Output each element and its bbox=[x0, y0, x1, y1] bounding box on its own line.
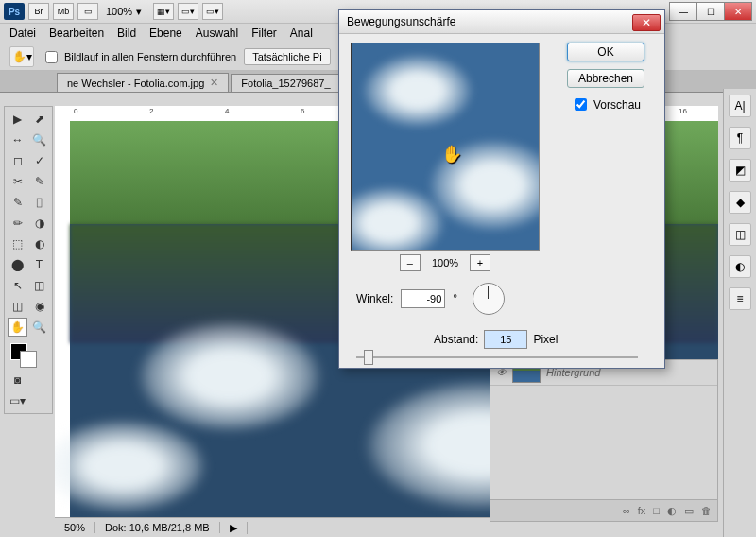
trash-icon[interactable]: 🗑 bbox=[701, 505, 712, 516]
menu-file[interactable]: Datei bbox=[9, 26, 36, 40]
angle-unit: ° bbox=[453, 292, 457, 305]
right-panel-strip: A| ¶ ◩ ◆ ◫ ◐ ≡ bbox=[723, 89, 756, 537]
3d-tool[interactable]: ◫ bbox=[8, 297, 27, 316]
ps-logo: Ps bbox=[4, 3, 25, 20]
toolbox: ▶⬈ ↔🔍 ◻✓ ✂✎ ✎⌷ ✏◑ ⬚◐ ⬤T ↖◫ ◫◉ ✋🔍 ◙ ▭▾ bbox=[4, 106, 53, 414]
hand-tool[interactable]: ✋ bbox=[8, 318, 27, 337]
new-layer-icon[interactable]: ▭ bbox=[684, 505, 694, 517]
dialog-title[interactable]: Bewegungsunschärfe ✕ bbox=[339, 10, 664, 34]
document-tab[interactable]: ne Wechsler - Fotolia.com.jpg✕ bbox=[57, 73, 229, 92]
angle-input[interactable] bbox=[401, 289, 445, 308]
scroll-all-checkbox[interactable]: Bildlauf in allen Fenstern durchführen bbox=[42, 48, 236, 66]
shape-tool[interactable]: ◫ bbox=[29, 276, 49, 295]
arrange-button[interactable]: ▦▾ bbox=[153, 3, 174, 20]
quickmask-button[interactable]: ◙ bbox=[8, 371, 27, 390]
menu-image[interactable]: Bild bbox=[117, 26, 136, 40]
minimize-button[interactable]: — bbox=[669, 2, 697, 21]
close-icon[interactable]: ✕ bbox=[210, 77, 218, 89]
application-window: Ps Br Mb ▭ 100% ▾ ▦▾ ▭▾ ▭▾ — ☐ ✕ Datei B… bbox=[0, 0, 756, 537]
zoom-percent[interactable]: 50% bbox=[55, 522, 95, 533]
ok-button[interactable]: OK bbox=[567, 43, 644, 61]
zoom-in-button[interactable]: + bbox=[470, 254, 490, 271]
history-brush-tool[interactable]: ⌷ bbox=[29, 193, 49, 212]
heal-tool[interactable]: ✂ bbox=[8, 172, 27, 191]
zoom-out-button[interactable]: – bbox=[400, 254, 421, 271]
menu-select[interactable]: Auswahl bbox=[196, 26, 238, 40]
type-tool[interactable]: T bbox=[29, 255, 49, 274]
panel-icon[interactable]: ◩ bbox=[729, 159, 751, 182]
actual-pixels-button[interactable]: Tatsächliche Pi bbox=[244, 48, 330, 65]
pen-tool[interactable]: ⬤ bbox=[8, 255, 27, 274]
more-button[interactable]: ▭▾ bbox=[202, 3, 223, 20]
panel-icon[interactable]: A| bbox=[729, 95, 751, 117]
background-color[interactable] bbox=[20, 351, 37, 368]
menu-layer[interactable]: Ebene bbox=[149, 26, 182, 40]
eyedropper-tool[interactable]: ✓ bbox=[29, 151, 49, 170]
zoom-tool[interactable]: 🔍 bbox=[29, 318, 49, 337]
mask-icon[interactable]: □ bbox=[653, 505, 660, 516]
path-tool[interactable]: ↖ bbox=[8, 276, 27, 295]
preview-checkbox[interactable]: Vorschau bbox=[571, 95, 641, 113]
panel-icon[interactable]: ◆ bbox=[729, 191, 751, 214]
motion-blur-dialog: Bewegungsunschärfe ✕ ✋ – 100% + OK Abbre… bbox=[338, 9, 665, 369]
extras-button[interactable]: ▭▾ bbox=[178, 3, 198, 20]
dialog-preview[interactable]: ✋ bbox=[351, 43, 540, 251]
document-tab[interactable]: Fotolia_15279687_ bbox=[231, 74, 340, 92]
marquee-tool[interactable]: ⬈ bbox=[29, 110, 49, 129]
maximize-button[interactable]: ☐ bbox=[696, 2, 725, 21]
brush-tool[interactable]: ✎ bbox=[29, 172, 49, 191]
gradient-tool[interactable]: ◑ bbox=[29, 214, 49, 233]
cancel-button[interactable]: Abbrechen bbox=[567, 69, 644, 88]
stamp-tool[interactable]: ✎ bbox=[8, 193, 27, 212]
screen-mode-button[interactable]: ▭ bbox=[77, 3, 98, 20]
camera-tool[interactable]: ◉ bbox=[29, 297, 49, 316]
panel-icon[interactable]: ◐ bbox=[729, 255, 751, 278]
mb-button[interactable]: Mb bbox=[53, 3, 74, 20]
dodge-tool[interactable]: ◐ bbox=[29, 234, 49, 253]
distance-input[interactable] bbox=[484, 330, 527, 349]
dialog-close-button[interactable]: ✕ bbox=[632, 14, 661, 31]
current-tool-icon[interactable]: ✋▾ bbox=[9, 46, 34, 67]
zoom-readout[interactable]: 100% ▾ bbox=[106, 6, 142, 18]
eraser-tool[interactable]: ✏ bbox=[8, 214, 27, 233]
distance-unit: Pixel bbox=[533, 333, 558, 346]
blur-tool[interactable]: ⬚ bbox=[8, 234, 27, 253]
lasso-tool[interactable]: ↔ bbox=[8, 130, 27, 149]
panel-icon[interactable]: ◫ bbox=[729, 223, 751, 246]
menu-analysis[interactable]: Anal bbox=[290, 26, 313, 40]
screenmode-button[interactable]: ▭▾ bbox=[8, 391, 27, 410]
hand-cursor-icon: ✋ bbox=[441, 144, 462, 165]
fx-icon[interactable]: fx bbox=[638, 505, 646, 516]
distance-label: Abstand: bbox=[434, 333, 478, 346]
preview-zoom-value: 100% bbox=[432, 257, 458, 268]
wand-tool[interactable]: 🔍 bbox=[29, 130, 49, 149]
distance-slider[interactable] bbox=[356, 351, 647, 364]
adjust-icon[interactable]: ◐ bbox=[667, 505, 677, 517]
menu-filter[interactable]: Filter bbox=[251, 26, 277, 40]
panel-icon[interactable]: ¶ bbox=[729, 127, 751, 149]
bridge-button[interactable]: Br bbox=[28, 3, 49, 20]
layers-panel: 👁Hintergrund ∞ fx □ ◐ ▭ 🗑 bbox=[490, 359, 718, 522]
statusbar-arrow-icon[interactable]: ▶ bbox=[220, 522, 248, 534]
move-tool[interactable]: ▶ bbox=[8, 110, 27, 129]
close-button[interactable]: ✕ bbox=[724, 2, 752, 21]
layers-footer: ∞ fx □ ◐ ▭ 🗑 bbox=[490, 499, 717, 521]
menu-edit[interactable]: Bearbeiten bbox=[49, 26, 104, 40]
angle-dial[interactable] bbox=[472, 283, 505, 315]
crop-tool[interactable]: ◻ bbox=[8, 151, 27, 170]
doc-size[interactable]: Dok: 10,6 MB/21,8 MB bbox=[95, 522, 220, 533]
panel-icon[interactable]: ≡ bbox=[729, 287, 751, 310]
angle-label: Winkel: bbox=[356, 292, 393, 305]
link-icon[interactable]: ∞ bbox=[623, 505, 630, 516]
